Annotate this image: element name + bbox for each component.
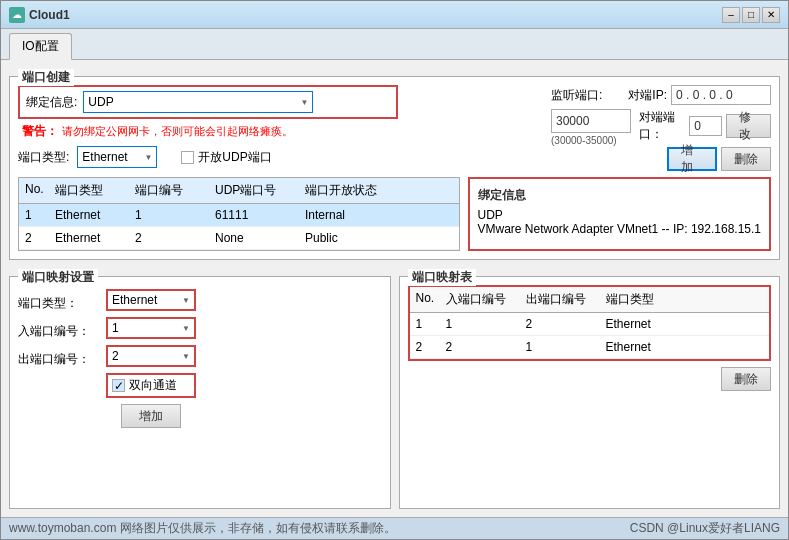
mapping-type-arrow: ▼: [182, 296, 190, 305]
out-label-row: 出端口编号：: [18, 345, 90, 373]
bind-select-arrow: ▼: [300, 98, 308, 107]
table-header: No. 端口类型 端口编号 UDP端口号 端口开放状态: [19, 178, 459, 204]
remote-ip-row: 对端IP: 0 . 0 . 0 . 0: [628, 85, 771, 105]
binding-info-box: 绑定信息 UDP VMware Network Adapter VMnet1 -…: [468, 177, 771, 251]
row2-type: Ethernet: [49, 229, 129, 247]
mapping-table-row[interactable]: 2 2 1 Ethernet: [410, 336, 770, 359]
mapping-table: No. 入端口编号 出端口编号 端口类型 1 1 2 Ethernet 2 2: [408, 285, 772, 361]
binding-info-title: 绑定信息: [478, 187, 761, 204]
out-port-label: 出端口编号：: [18, 351, 90, 368]
port-type-value: Ethernet: [82, 150, 127, 164]
row2-status: Public: [299, 229, 389, 247]
minimize-button[interactable]: –: [722, 7, 740, 23]
tab-bar: IO配置: [1, 29, 788, 60]
col-header-status: 端口开放状态: [299, 180, 389, 201]
col-header-udp: UDP端口号: [209, 180, 299, 201]
row1-no: 1: [19, 206, 49, 224]
mapping-type-value: Ethernet: [112, 293, 157, 307]
mapping-out-select[interactable]: 2 ▼: [106, 345, 196, 367]
remote-port-row: 对端端口： 0 修改: [639, 109, 771, 143]
section-title-mapping-left: 端口映射设置: [18, 269, 98, 286]
mcol-header-in: 入端口编号: [440, 289, 520, 310]
port-type-label: 端口类型:: [18, 149, 69, 166]
port-type-select[interactable]: Ethernet ▼: [77, 146, 157, 168]
udp-checkbox[interactable]: [181, 151, 194, 164]
footer-left: www.toymoban.com 网络图片仅供展示，非存储，如有侵权请联系删除。: [9, 520, 396, 537]
row2-udp: None: [209, 229, 299, 247]
table-row[interactable]: 2 Ethernet 2 None Public: [19, 227, 459, 250]
col-header-no: No.: [19, 180, 49, 201]
udp-checkbox-row: 开放UDP端口: [181, 149, 271, 166]
port-creation-content: 绑定信息: UDP ▼ 警告： 请勿绑定公网网卡，否则可能会引起网络瘫痪。: [18, 85, 771, 171]
title-bar-left: ☁ Cloud1: [9, 7, 70, 23]
close-button[interactable]: ✕: [762, 7, 780, 23]
window: ☁ Cloud1 – □ ✕ IO配置 端口创建 绑定信息:: [0, 0, 789, 540]
table-row[interactable]: 1 Ethernet 1 61111 Internal: [19, 204, 459, 227]
port-mapping-left-section: 端口映射设置 端口类型： 入端口编号： 出端口编号：: [9, 276, 391, 509]
mapping-delete-button[interactable]: 删除: [721, 367, 771, 391]
tab-io-config[interactable]: IO配置: [9, 33, 72, 60]
add-delete-row: 增加 删除: [639, 147, 771, 171]
section-title-mapping-right: 端口映射表: [408, 269, 476, 286]
bidirectional-label: 双向通道: [129, 377, 177, 394]
warning-row: 警告： 请勿绑定公网网卡，否则可能会引起网络瘫痪。: [18, 123, 543, 140]
mapping-left-content: 端口类型： 入端口编号： 出端口编号： Ethernet: [18, 289, 382, 428]
table-area-wrapper: No. 端口类型 端口编号 UDP端口号 端口开放状态 1 Ethernet 1…: [18, 177, 771, 251]
mapping-in-select[interactable]: 1 ▼: [106, 317, 196, 339]
row2-port: 2: [129, 229, 209, 247]
listen-port-input[interactable]: 30000: [551, 109, 631, 133]
port-type-arrow: ▼: [144, 153, 152, 162]
footer: www.toymoban.com 网络图片仅供展示，非存储，如有侵权请联系删除。…: [1, 517, 788, 539]
mrow2-type: Ethernet: [600, 338, 680, 356]
mapping-delete-row: 删除: [408, 367, 772, 391]
listen-remote-layout: 30000 (30000-35000) 对端端口： 0 修改 增加 删: [551, 109, 771, 171]
mcol-header-no: No.: [410, 289, 440, 310]
mrow1-type: Ethernet: [600, 315, 680, 333]
modify-button[interactable]: 修改: [726, 114, 771, 138]
in-label-row: 入端口编号：: [18, 317, 90, 345]
mrow1-out: 2: [520, 315, 600, 333]
section-title-port-creation: 端口创建: [18, 69, 74, 86]
port-type-row: 端口类型: Ethernet ▼ 开放UDP端口: [18, 146, 543, 168]
app-icon: ☁: [9, 7, 25, 23]
port-creation-section: 端口创建 绑定信息: UDP ▼: [9, 76, 780, 260]
warning-text: 请勿绑定公网网卡，否则可能会引起网络瘫痪。: [62, 124, 293, 139]
bidirectional-checkbox[interactable]: ✓: [112, 379, 125, 392]
remote-port-input[interactable]: 0: [689, 116, 722, 136]
mapping-table-row[interactable]: 1 1 2 Ethernet: [410, 313, 770, 336]
remote-port-label: 对端端口：: [639, 109, 685, 143]
mcol-header-out: 出端口编号: [520, 289, 600, 310]
mcol-header-type: 端口类型: [600, 289, 680, 310]
title-bar: ☁ Cloud1 – □ ✕: [1, 1, 788, 29]
mapping-out-value: 2: [112, 349, 119, 363]
mapping-add-row: 增加: [106, 404, 196, 428]
mapping-selects: Ethernet ▼ 1 ▼ 2: [106, 289, 196, 428]
add-button[interactable]: 增加: [667, 147, 717, 171]
remote-ip-field[interactable]: 0 . 0 . 0 . 0: [671, 85, 771, 105]
footer-right: CSDN @Linux爱好者LIANG: [630, 520, 780, 537]
mapping-in-arrow: ▼: [182, 324, 190, 333]
mapping-type-select[interactable]: Ethernet ▼: [106, 289, 196, 311]
mapping-labels: 端口类型： 入端口编号： 出端口编号：: [18, 289, 90, 373]
out-select-row: 2 ▼: [106, 345, 196, 367]
mapping-in-value: 1: [112, 321, 119, 335]
col-header-type: 端口类型: [49, 180, 129, 201]
row1-type: Ethernet: [49, 206, 129, 224]
binding-info-line2: VMware Network Adapter VMnet1 -- IP: 192…: [478, 222, 761, 236]
suggestion-text: (30000-35000): [551, 135, 631, 146]
mrow2-in: 2: [440, 338, 520, 356]
remote-ip-label: 对端IP:: [628, 87, 667, 104]
delete-button[interactable]: 删除: [721, 147, 771, 171]
port-type-mapping-label: 端口类型：: [18, 295, 78, 312]
bottom-sections: 端口映射设置 端口类型： 入端口编号： 出端口编号：: [9, 268, 780, 509]
window-title: Cloud1: [29, 8, 70, 22]
maximize-button[interactable]: □: [742, 7, 760, 23]
binding-row: 绑定信息: UDP ▼: [18, 85, 398, 119]
mapping-add-button[interactable]: 增加: [121, 404, 181, 428]
bind-select[interactable]: UDP ▼: [83, 91, 313, 113]
mrow2-out: 1: [520, 338, 600, 356]
in-port-label: 入端口编号：: [18, 323, 90, 340]
row2-no: 2: [19, 229, 49, 247]
port-table-wrapper: No. 端口类型 端口编号 UDP端口号 端口开放状态 1 Ethernet 1…: [18, 177, 460, 251]
port-mapping-right-section: 端口映射表 No. 入端口编号 出端口编号 端口类型 1 1 2 Etherne…: [399, 276, 781, 509]
